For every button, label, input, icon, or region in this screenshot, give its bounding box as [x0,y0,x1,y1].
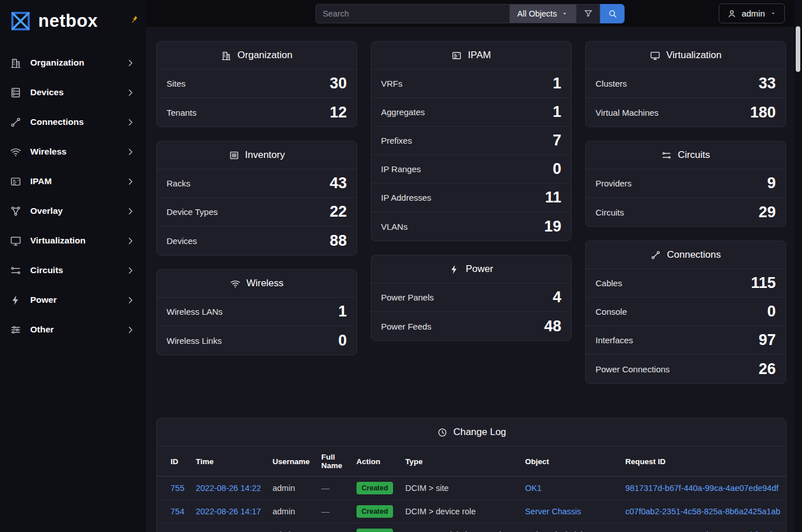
stat-label[interactable]: VRFs [381,79,403,88]
cell-request-id-link[interactable]: c07f0ab2-2351-4c58-825a-8b6a2425a1ab [625,507,780,516]
stat-value: 88 [330,233,347,249]
cell-id: 754 [157,500,190,523]
stat-label[interactable]: Providers [596,178,631,188]
funnel-icon [584,9,593,18]
stat-value: 1 [553,76,561,91]
bolt-icon [10,294,22,306]
user-menu-button[interactable]: admin [719,3,785,23]
stat-value: 48 [544,319,561,334]
stat-label[interactable]: Power Feeds [381,322,431,331]
sidebar-item-circuits[interactable]: Circuits [0,255,146,285]
stat-label[interactable]: IP Ranges [381,164,421,174]
stat-label[interactable]: Wireless Links [167,336,222,346]
stat-label[interactable]: Sites [167,79,185,88]
cell-request-id: 9817317d-b67f-440a-99ca-4ae07ede94df [619,477,786,500]
stat-row-interfaces: Interfaces97 [586,326,785,355]
stat-label[interactable]: Circuits [596,208,624,217]
stat-label[interactable]: Tenants [167,108,197,117]
stat-value: 7 [553,133,561,148]
cell-full-name: — [315,477,351,500]
stat-value: 30 [330,76,347,91]
sidebar-item-label: Other [30,324,116,335]
cell-time: 2022-08-26 14:15 [190,523,267,532]
card-title: Virtualization [586,42,785,70]
wifi-icon [10,146,22,158]
stat-label[interactable]: Power Connections [596,364,670,374]
sidebar-item-other[interactable]: Other [0,315,146,344]
scrollbar-thumb[interactable] [796,26,800,72]
cell-username: admin [267,477,316,500]
card-circuits: CircuitsProviders9Circuits29 [585,141,786,227]
bolt-icon [449,264,460,275]
stat-label[interactable]: Aggregates [381,107,425,117]
card-title: Inventory [157,141,357,169]
column-header-request-id: Request ID [619,446,786,477]
caret-icon [561,10,569,18]
brand-name: netbox [38,11,98,31]
card-organization: OrganizationSites30Tenants12 [156,41,357,127]
stat-label[interactable]: Clusters [596,79,627,88]
stat-label[interactable]: Device Types [167,207,218,217]
sidebar-item-organization[interactable]: Organization [0,48,146,78]
filter-button[interactable] [577,4,600,23]
cell-object-link[interactable]: OK1 [525,484,541,493]
sidebar-item-overlay[interactable]: Overlay [0,196,146,226]
user-label: admin [742,9,765,18]
stat-label[interactable]: IP Addresses [381,193,431,202]
stat-label[interactable]: Cables [596,278,622,288]
card-wireless: WirelessWireless LANs1Wireless Links0 [156,269,357,355]
changelog-table: IDTimeUsernameFull NameActionTypeObjectR… [157,446,786,532]
ipam-icon [10,176,22,188]
cell-full-name: — [315,523,351,532]
chevron-right-icon [124,324,136,336]
search-button[interactable] [600,4,625,23]
stat-label[interactable]: Interfaces [596,335,633,345]
stat-value: 115 [751,275,776,291]
cell-username: admin [267,523,316,532]
sidebar-item-wireless[interactable]: Wireless [0,137,146,166]
cell-id-link[interactable]: 754 [171,507,184,516]
changelog-row: 7542022-08-26 14:17admin—CreatedDCIM > d… [157,500,786,523]
sidebar-item-ipam[interactable]: IPAM [0,166,146,196]
sidebar-item-devices[interactable]: Devices [0,78,146,107]
cell-time-link[interactable]: 2022-08-26 14:22 [196,484,261,493]
cable-icon [10,116,22,128]
netbox-logo[interactable]: netbox [8,9,98,34]
stat-label[interactable]: Console [596,307,627,316]
stat-label[interactable]: Power Panels [381,293,434,302]
changelog-header-row: IDTimeUsernameFull NameActionTypeObjectR… [157,446,786,477]
stat-label[interactable]: Devices [167,236,197,246]
card-title: IPAM [371,42,571,70]
stat-row-ip-ranges: IP Ranges0 [371,155,571,184]
chevron-right-icon [124,146,136,158]
cell-request-id-link[interactable]: 9817317d-b67f-440a-99ca-4ae07ede94df [625,484,778,493]
logo-icon [8,9,33,34]
stat-label[interactable]: Prefixes [381,136,412,145]
sidebar-item-connections[interactable]: Connections [0,107,146,137]
monitor-icon [10,235,22,247]
card-title: Organization [157,42,357,70]
history-icon [437,427,448,438]
stat-label[interactable]: Virtual Machines [596,108,659,117]
stat-label[interactable]: Racks [167,178,191,188]
stat-label[interactable]: Wireless LANs [167,307,222,316]
cell-id-link[interactable]: 755 [171,484,184,493]
cable-icon [650,250,661,261]
action-badge: Created [357,482,394,494]
scrollbar[interactable] [794,0,802,532]
sidebar-item-virtualization[interactable]: Virtualization [0,226,146,255]
stat-value: 4 [553,290,561,305]
object-type-button[interactable]: All Objects [509,4,577,23]
card-ipam: IPAMVRFs1Aggregates1Prefixes7IP Ranges0I… [371,41,572,241]
sidebar-item-power[interactable]: Power [0,285,146,315]
search-input[interactable] [315,4,509,23]
pin-sidebar-icon[interactable] [129,15,139,25]
sidebar-item-label: Wireless [30,147,116,157]
object-type-label: All Objects [517,9,557,18]
filter-icon [584,9,593,18]
stat-label[interactable]: VLANs [381,222,408,232]
stat-row-virtual-machines: Virtual Machines180 [586,98,785,127]
cell-time-link[interactable]: 2022-08-26 14:17 [196,507,261,516]
cell-object-link[interactable]: Server Chassis [525,507,581,516]
caret-down-icon [561,10,569,18]
